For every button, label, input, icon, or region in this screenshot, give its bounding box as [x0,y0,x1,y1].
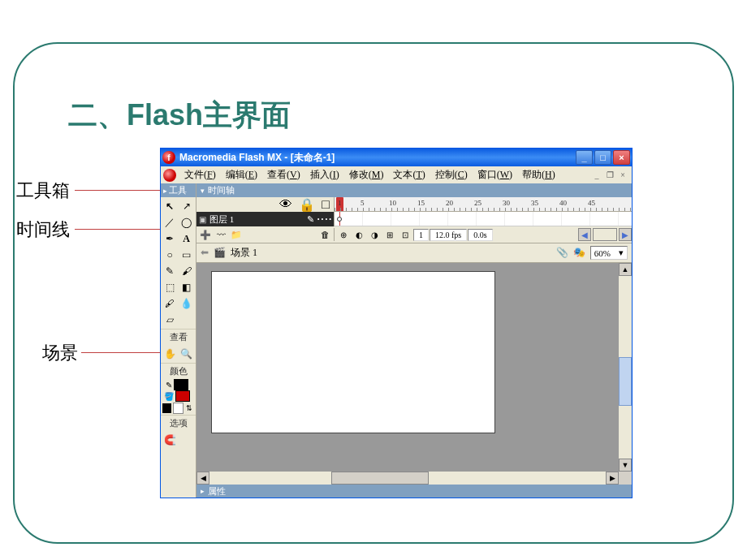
close-button[interactable]: × [613,150,630,165]
onion-outline-icon[interactable]: ◑ [367,228,382,241]
subselect-tool[interactable]: ↗ [179,198,195,214]
doc-minimize[interactable]: _ [591,170,602,181]
chevron-down-icon: ▾ [619,248,624,258]
tick: 5 [361,199,365,207]
zoom-combo[interactable]: 60% ▾ [590,246,628,260]
pencil-icon: ✎ [166,381,172,390]
vscroll-track[interactable] [619,276,632,459]
bucket-icon: 🪣 [164,392,174,401]
scroll-down[interactable]: ▼ [619,459,632,472]
outline-icon[interactable]: □ [322,197,330,212]
zoom-tool[interactable]: 🔍 [179,346,195,362]
oval-tool[interactable]: ○ [162,247,178,263]
eye-icon[interactable]: 👁 [279,197,292,212]
magnet-option[interactable]: 🧲 [162,432,178,448]
lasso-tool[interactable]: ◯ [179,214,195,230]
menu-window[interactable]: 窗口(W) [473,166,517,183]
frame-rate: 12.0 fps [430,229,467,241]
keyframe[interactable] [337,217,342,222]
onion-skin-icon[interactable]: ◐ [352,228,366,241]
menu-app-icon[interactable] [163,169,176,182]
scroll-up[interactable]: ▲ [619,263,632,276]
colors-section-label: 颜色 [161,363,196,379]
timeline-panel: 时间轴 👁 🔒 □ 1 5 10 15 [196,183,632,243]
label-toolbox: 工具箱 [16,179,70,203]
lock-icon[interactable]: 🔒 [299,197,315,213]
swap-colors[interactable]: ⇅ [184,403,194,414]
fill-transform-tool[interactable]: ◧ [179,279,195,295]
current-frame: 1 [413,229,429,241]
eraser-tool[interactable]: ▱ [162,312,178,328]
stroke-swatch[interactable] [174,379,188,390]
properties-header[interactable]: 属性 [196,485,632,498]
hscroll-left[interactable]: ◀ [196,472,209,485]
menu-text[interactable]: 文本(T) [388,166,430,183]
hscroll-right[interactable]: ▶ [606,472,619,485]
stroke-color[interactable]: ✎ [161,379,193,390]
pencil-tool[interactable]: ✎ [162,263,178,279]
scroll-right[interactable]: ▶ [619,228,632,241]
doc-close[interactable]: × [617,170,628,181]
horizontal-scrollbar[interactable]: ◀ ▶ [196,472,632,485]
layer-icon: ▣ [199,215,206,224]
scroll-left[interactable]: ◀ [578,228,591,241]
menu-view[interactable]: 查看(V) [262,166,305,183]
text-tool[interactable]: A [179,230,195,247]
fill-color[interactable]: 🪣 [161,390,193,402]
edit-scene-button[interactable]: 🎭 [573,247,585,259]
edit-symbol-button[interactable]: 📎 [556,247,568,259]
line-tool[interactable]: ／ [162,214,178,230]
menu-file[interactable]: 文件(F) [179,166,221,183]
scene-name[interactable]: 场景 1 [231,246,257,260]
label-scene: 场景 [42,341,78,365]
menu-edit[interactable]: 编辑(E) [221,166,262,183]
vscroll-thumb[interactable] [619,357,632,406]
arrow-tool[interactable]: ↖ [162,198,178,214]
tools-header[interactable]: 工具 [161,183,196,197]
menu-insert[interactable]: 插入(I) [305,166,344,183]
tick: 15 [417,199,425,207]
tick: 1 [338,199,342,207]
scroll-track[interactable] [593,228,617,241]
maximize-button[interactable]: □ [594,150,611,165]
ink-tool[interactable]: 🖋 [162,295,178,312]
brush-tool[interactable]: 🖌 [179,263,195,279]
edit-multiple-icon[interactable]: ⊞ [382,228,397,241]
eyedrop-tool[interactable]: 💧 [179,295,195,312]
doc-restore[interactable]: ❐ [604,170,615,181]
vertical-scrollbar[interactable]: ▲ ▼ [619,263,632,472]
menu-control[interactable]: 控制(C) [430,166,473,183]
add-layer-button[interactable]: ➕ [199,228,212,241]
timeline-header[interactable]: 时间轴 [196,183,632,197]
layer-column-header: 👁 🔒 □ [196,197,335,212]
layer-frames[interactable] [335,212,632,226]
layer-row[interactable]: ▣ 图层 1 ✎ • • • • [196,212,335,226]
pen-tool[interactable]: ✒ [162,230,178,247]
modify-markers-icon[interactable]: ⊡ [398,228,412,241]
delete-layer-button[interactable]: 🗑 [318,228,331,241]
rect-tool[interactable]: ▭ [179,247,195,263]
hscroll-thumb[interactable] [331,472,429,485]
add-folder-button[interactable]: 📁 [230,228,243,241]
title-bar[interactable]: f Macromedia Flash MX - [未命名-1] _ □ × [161,149,632,166]
no-color[interactable] [173,403,184,414]
minimize-button[interactable]: _ [576,150,593,165]
slide-title: 二、Flash主界面 [68,96,291,136]
add-guide-button[interactable]: 〰 [214,228,227,241]
scene-back-button[interactable]: ⬅ [201,247,209,259]
elapsed-time: 0.0s [468,229,492,241]
hscroll-track[interactable] [209,472,606,485]
smooth-option[interactable] [179,432,195,448]
stage-canvas[interactable] [211,271,495,433]
menu-help[interactable]: 帮助(H) [517,166,560,183]
menu-modify[interactable]: 修改(M) [344,166,389,183]
tick: 20 [446,199,453,207]
hand-tool[interactable]: ✋ [162,346,178,362]
timeline-ruler[interactable]: 1 5 10 15 20 25 30 35 40 45 [335,197,632,212]
center-frame-icon[interactable]: ⊕ [336,228,351,241]
transform-tool[interactable]: ⬚ [162,279,178,295]
fill-swatch[interactable] [175,390,190,402]
tick: 45 [588,199,595,207]
tools-panel: 工具 ↖ ↗ ／ ◯ ✒ A ○ ▭ ✎ 🖌 ⬚ ◧ 🖋 💧 ▱ 查看 [161,183,196,498]
default-colors[interactable] [162,403,172,414]
